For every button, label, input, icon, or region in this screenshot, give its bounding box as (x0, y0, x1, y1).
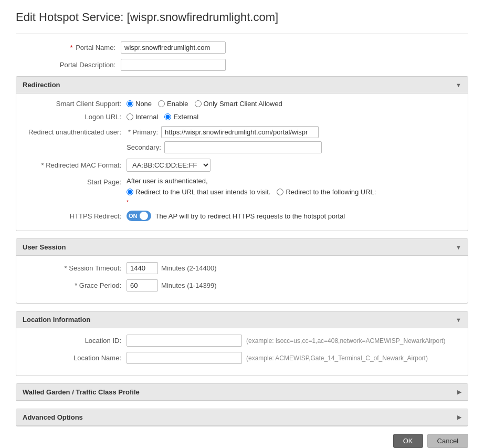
location-name-input[interactable] (127, 352, 242, 364)
grace-period-label: * Grace Period: (22, 282, 127, 289)
smart-client-enable[interactable]: Enable (158, 100, 188, 108)
walled-garden-header[interactable]: Walled Garden / Traffic Class Profile ▶ (16, 384, 468, 401)
location-id-input[interactable] (127, 335, 242, 347)
redirection-section-header[interactable]: Redirection ▼ (16, 77, 468, 93)
location-section: Location Information ▼ Location ID: (exa… (16, 311, 468, 376)
smart-client-only[interactable]: Only Smart Client Allowed (195, 100, 282, 108)
user-session-arrow: ▼ (456, 244, 461, 251)
advanced-options-title: Advanced Options (23, 413, 83, 421)
start-page-after-text: After user is authenticated, (127, 177, 376, 185)
smart-client-label: Smart Client Support: (22, 100, 127, 108)
cancel-button[interactable]: Cancel (427, 434, 468, 448)
smart-client-none-label[interactable]: None (135, 100, 152, 108)
start-page-following-radio[interactable] (277, 189, 283, 195)
redirection-title: Redirection (23, 81, 60, 89)
bottom-buttons: OK Cancel (16, 434, 468, 448)
smart-client-enable-label[interactable]: Enable (167, 100, 188, 108)
grace-period-input[interactable] (127, 279, 158, 291)
location-name-row: Location Name: (example: ACMEWISP,Gate_1… (22, 352, 462, 364)
logon-url-external-radio[interactable] (164, 113, 171, 120)
logon-url-internal-label[interactable]: Internal (135, 113, 158, 121)
advanced-options-header[interactable]: Advanced Options ▶ (16, 409, 468, 426)
https-toggle-on-text: ON (129, 213, 138, 219)
walled-garden-title: Walled Garden / Traffic Class Profile (23, 388, 140, 396)
start-page-intends-radio[interactable] (127, 189, 133, 195)
session-timeout-input[interactable] (127, 262, 158, 274)
logon-url-internal[interactable]: Internal (127, 113, 158, 121)
portal-name-input[interactable] (121, 41, 226, 54)
start-page-radios: Redirect to the URL that user intends to… (127, 188, 376, 196)
user-session-header[interactable]: User Session ▼ (16, 239, 468, 256)
smart-client-none[interactable]: None (127, 100, 152, 108)
primary-url-label: * Primary: (127, 128, 158, 136)
redirection-body: Smart Client Support: None Enable Only S… (16, 93, 468, 231)
https-redirect-label: HTTPS Redirect: (22, 212, 127, 220)
location-id-row: Location ID: (example: isocc=us,cc=1,ac=… (22, 335, 462, 347)
location-id-example: (example: isocc=us,cc=1,ac=408,network=A… (246, 337, 445, 345)
user-session-body: * Session Timeout: Minutes (2-14400) * G… (16, 256, 468, 303)
https-toggle-knob (140, 212, 148, 220)
start-page-label: Start Page: (22, 177, 127, 186)
session-timeout-row: * Session Timeout: Minutes (2-14400) (22, 262, 462, 274)
redirect-urls-section: Redirect unauthenticated user: * Primary… (22, 126, 462, 153)
location-id-label: Location ID: (22, 337, 127, 345)
start-page-following-label[interactable]: Redirect to the following URL: (286, 188, 376, 196)
logon-url-row: Logon URL: Internal External (22, 113, 462, 121)
session-timeout-label: * Session Timeout: (22, 264, 127, 272)
logon-url-label: Logon URL: (22, 113, 127, 121)
portal-name-label: * Portal Name: (16, 44, 121, 51)
start-page-following[interactable]: Redirect to the following URL: (277, 188, 376, 196)
https-toggle[interactable]: ON (127, 211, 151, 221)
advanced-options-arrow: ▶ (457, 414, 461, 421)
walled-garden-arrow: ▶ (457, 389, 461, 395)
location-body: Location ID: (example: isocc=us,cc=1,ac=… (16, 328, 468, 376)
start-page-asterisk: * (127, 199, 376, 205)
portal-desc-input[interactable] (121, 59, 226, 71)
smart-client-none-radio[interactable] (127, 100, 133, 107)
portal-name-row: * Portal Name: (16, 41, 468, 54)
smart-client-only-label[interactable]: Only Smart Client Allowed (204, 100, 282, 108)
required-star: * (70, 44, 72, 51)
smart-client-enable-radio[interactable] (158, 100, 165, 107)
primary-url-row: * Primary: (127, 126, 322, 138)
grace-period-row: * Grace Period: Minutes (1-14399) (22, 279, 462, 291)
smart-client-only-radio[interactable] (195, 100, 202, 107)
start-page-content: After user is authenticated, Redirect to… (127, 177, 376, 205)
start-page-intends-label[interactable]: Redirect to the URL that user intends to… (135, 188, 270, 196)
location-name-label: Location Name: (22, 354, 127, 362)
page-title: Edit Hotspot Service: [wispr.snowfiredru… (16, 11, 468, 24)
location-arrow: ▼ (456, 317, 461, 323)
user-session-title: User Session (23, 243, 66, 251)
secondary-url-label: Secondary: (127, 143, 161, 151)
logon-url-external[interactable]: External (164, 113, 198, 121)
start-page-intends[interactable]: Redirect to the URL that user intends to… (127, 188, 270, 196)
secondary-url-input[interactable] (164, 141, 322, 153)
smart-client-row: Smart Client Support: None Enable Only S… (22, 100, 462, 108)
redirection-section: Redirection ▼ Smart Client Support: None… (16, 76, 468, 231)
location-section-header[interactable]: Location Information ▼ (16, 311, 468, 328)
grace-period-hint: Minutes (1-14399) (161, 282, 217, 289)
user-session-section: User Session ▼ * Session Timeout: Minute… (16, 238, 468, 304)
logon-url-radio-group: Internal External (127, 113, 198, 121)
session-timeout-hint: Minutes (2-14400) (161, 264, 217, 272)
https-redirect-row: HTTPS Redirect: ON The AP will try to re… (22, 211, 462, 221)
mac-format-select[interactable]: AA:BB:CC:DD:EE:FF AA-BB-CC-DD-EE-FF AABB… (127, 159, 211, 172)
ok-button[interactable]: OK (393, 434, 423, 448)
mac-format-label: * Redirected MAC Format: (22, 161, 127, 169)
portal-desc-row: Portal Description: (16, 59, 468, 71)
redirect-unauth-label: Redirect unauthenticated user: (22, 126, 127, 136)
primary-url-input[interactable] (161, 126, 319, 138)
https-hint-text: The AP will try to redirect HTTPS reques… (155, 212, 345, 220)
walled-garden-section: Walled Garden / Traffic Class Profile ▶ (16, 383, 468, 401)
secondary-url-row: Secondary: (127, 141, 322, 153)
url-fields: * Primary: Secondary: (127, 126, 322, 153)
logon-url-internal-radio[interactable] (127, 113, 133, 120)
location-name-example: (example: ACMEWISP,Gate_14_Terminal_C_of… (246, 355, 428, 362)
logon-url-external-label[interactable]: External (173, 113, 198, 121)
start-page-section: Start Page: After user is authenticated,… (22, 177, 462, 205)
mac-format-row: * Redirected MAC Format: AA:BB:CC:DD:EE:… (22, 159, 462, 172)
smart-client-radio-group: None Enable Only Smart Client Allowed (127, 100, 282, 108)
location-title: Location Information (23, 316, 90, 324)
advanced-options-section: Advanced Options ▶ (16, 409, 468, 426)
redirection-arrow: ▼ (456, 82, 461, 88)
